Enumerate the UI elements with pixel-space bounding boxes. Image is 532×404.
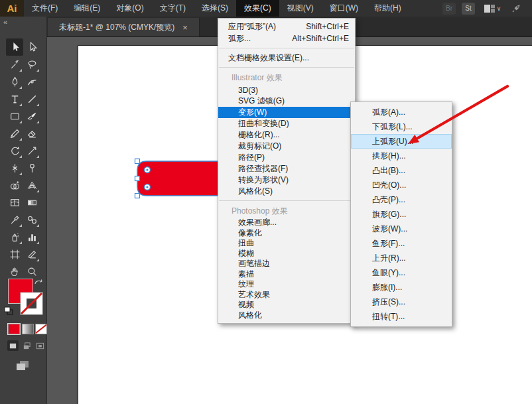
menu-item-3d[interactable]: 3D(3) [218, 84, 355, 96]
gpu-performance-icon[interactable] [509, 3, 523, 15]
eraser-tool[interactable] [23, 125, 40, 142]
submenu-item-flag[interactable]: 旗形(G)... [351, 207, 452, 222]
menu-item-blur[interactable]: 模糊 [218, 249, 355, 259]
shaper-tool[interactable] [6, 125, 23, 142]
menu-view[interactable]: 视图(V) [279, 0, 322, 17]
pen-tool[interactable] [6, 73, 23, 90]
selection-handle-bottom-left[interactable] [135, 194, 140, 198]
menu-bar: Ai 文件(F) 编辑(E) 对象(O) 文字(T) 选择(S) 效果(C) 视… [0, 0, 532, 17]
workspace-switcher-icon[interactable]: ∨ [481, 3, 503, 15]
change-screen-mode-button[interactable] [15, 360, 31, 371]
eyedropper-tool[interactable] [6, 211, 23, 228]
menu-item-warp[interactable]: 变形(W) [218, 107, 355, 118]
curvature-tool[interactable] [23, 73, 40, 90]
menu-item-apply-arc[interactable]: 应用“弧形”(A) Shift+Ctrl+E [218, 21, 355, 33]
type-tool[interactable] [6, 90, 23, 107]
menu-item-pathfinder[interactable]: 路径查找器(F) [218, 163, 355, 174]
submenu-item-shell-lower[interactable]: 凹壳(O)... [351, 178, 452, 192]
submenu-item-wave[interactable]: 波形(W)... [351, 222, 452, 236]
menu-help[interactable]: 帮助(H) [366, 0, 409, 17]
rotate-tool[interactable] [6, 142, 23, 159]
submenu-item-bulge[interactable]: 凸出(B)... [351, 163, 452, 178]
blend-tool[interactable] [23, 211, 40, 228]
draw-normal-mode-button[interactable] [7, 340, 19, 351]
symbol-sprayer-tool[interactable] [6, 228, 23, 245]
menu-type[interactable]: 文字(T) [152, 0, 194, 17]
line-segment-tool[interactable] [23, 90, 40, 107]
chevron-down-icon: ∨ [497, 5, 501, 12]
menu-item-artistic[interactable]: 艺术效果 [218, 290, 355, 301]
menu-effect[interactable]: 效果(C) [236, 0, 279, 17]
selection-handle-mid-left[interactable] [135, 176, 140, 181]
submenu-item-arc[interactable]: 弧形(A)... [351, 105, 452, 119]
submenu-item-shell-upper[interactable]: 凸壳(P)... [351, 192, 452, 207]
perspective-grid-tool[interactable] [23, 176, 40, 194]
menu-item-svg-filters[interactable]: SVG 滤镜(G) [218, 96, 355, 107]
none-button[interactable] [35, 324, 47, 334]
menu-item-pixelate[interactable]: 像素化 [218, 228, 355, 239]
menu-item-arc-dialog[interactable]: 弧形... Alt+Shift+Ctrl+E [218, 33, 355, 44]
slice-tool[interactable] [23, 245, 40, 263]
gradient-tool[interactable] [23, 194, 40, 211]
direct-selection-tool[interactable] [23, 38, 40, 56]
submenu-item-inflate[interactable]: 膨胀(I)... [351, 280, 452, 295]
selection-tool[interactable] [6, 38, 23, 56]
menu-item-path[interactable]: 路径(P) [218, 152, 355, 163]
menu-select[interactable]: 选择(S) [194, 0, 236, 17]
corner-widget-dot [146, 168, 148, 170]
draw-inside-mode-button[interactable] [34, 340, 46, 351]
menu-item-stylize-ai[interactable]: 风格化(S) [218, 186, 355, 197]
selection-handle-top-left[interactable] [135, 159, 140, 164]
rectangle-tool[interactable] [6, 107, 23, 125]
column-graph-tool[interactable] [23, 228, 40, 245]
menu-edit[interactable]: 编辑(E) [66, 0, 108, 17]
menu-window[interactable]: 窗口(W) [322, 0, 366, 17]
submenu-item-arch[interactable]: 拱形(H)... [351, 149, 452, 163]
submenu-item-twist[interactable]: 扭转(T)... [351, 309, 452, 324]
scale-tool[interactable] [23, 142, 40, 159]
submenu-item-arc-lower[interactable]: 下弧形(L)... [351, 119, 452, 134]
menu-item-texture[interactable]: 纹理 [218, 279, 355, 290]
color-button[interactable] [8, 324, 20, 334]
red-rounded-rectangle[interactable] [137, 161, 222, 196]
draw-behind-mode-button[interactable] [21, 340, 33, 351]
artboard-tool[interactable] [6, 245, 23, 263]
puppet-warp-tool[interactable] [23, 159, 40, 176]
mesh-tool[interactable] [6, 194, 23, 211]
bridge-icon[interactable]: Br [442, 3, 456, 15]
menu-item-distort[interactable]: 扭曲 [218, 238, 355, 249]
magic-wand-tool[interactable] [6, 56, 23, 73]
close-tab-icon[interactable]: × [182, 23, 188, 32]
menu-item-document-raster-settings[interactable]: 文档栅格效果设置(E)... [218, 52, 355, 64]
stroke-color-swatch[interactable] [20, 292, 44, 316]
submenu-item-fish[interactable]: 鱼形(F)... [351, 236, 452, 251]
submenu-item-rise[interactable]: 上升(R)... [351, 251, 452, 265]
menu-item-crop-marks[interactable]: 裁剪标记(O) [218, 141, 355, 152]
gradient-button[interactable] [22, 324, 34, 334]
shape-builder-tool[interactable] [6, 176, 23, 194]
default-fill-stroke-icon[interactable] [3, 306, 14, 316]
swap-fill-stroke-icon[interactable] [33, 278, 44, 287]
submenu-item-arc-upper[interactable]: 上弧形(U)... [351, 134, 452, 149]
paintbrush-tool[interactable] [23, 107, 40, 125]
warp-submenu: 弧形(A)... 下弧形(L)... 上弧形(U)... 拱形(H)... 凸出… [350, 101, 452, 327]
adobe-stock-icon[interactable]: St [462, 3, 475, 15]
lasso-tool[interactable] [23, 56, 40, 73]
menu-item-stylize-ps[interactable]: 风格化 [218, 310, 355, 321]
hand-tool[interactable] [6, 263, 23, 280]
menu-object[interactable]: 对象(O) [108, 0, 151, 17]
menu-item-convert-to-shape[interactable]: 转换为形状(V) [218, 174, 355, 186]
submenu-item-squeeze[interactable]: 挤压(S)... [351, 295, 452, 309]
collapse-panel-icon[interactable]: « [3, 18, 7, 26]
menu-item-effect-gallery[interactable]: 效果画廊... [218, 218, 355, 228]
submenu-item-fisheye[interactable]: 鱼眼(Y)... [351, 265, 452, 280]
menu-item-distort-transform[interactable]: 扭曲和变换(D) [218, 118, 355, 129]
menu-item-video[interactable]: 视频 [218, 300, 355, 310]
menu-item-rasterize[interactable]: 栅格化(R)... [218, 129, 355, 141]
document-tab[interactable]: 未标题-1* @ 107% (CMYK/预览) × [48, 18, 200, 36]
width-tool[interactable] [6, 159, 23, 176]
menu-file[interactable]: 文件(F) [24, 0, 66, 17]
illustrator-logo: Ai [0, 0, 24, 17]
menu-item-brush-strokes[interactable]: 画笔描边 [218, 259, 355, 269]
menu-item-sketch[interactable]: 素描 [218, 269, 355, 280]
